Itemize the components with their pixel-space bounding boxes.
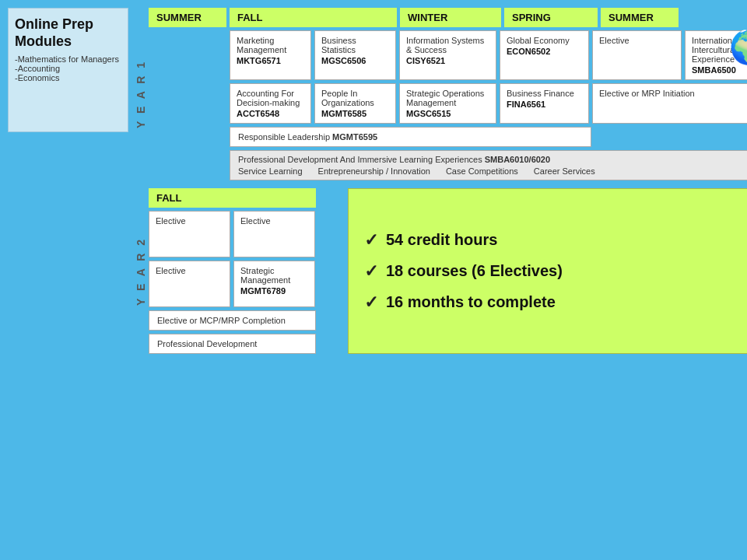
resp-leadership-row: Responsible Leadership MGMT6595 [149,127,747,147]
year2-content: FALL Elective Elective Elective [149,188,747,354]
year2-left: FALL Elective Elective Elective [149,188,343,354]
stat-credit-hours: ✓ 54 credit hours [364,230,746,250]
rl-code: MGMT6595 [332,132,377,142]
rl-text: Responsible Leadership [238,132,332,142]
responsible-leadership-bar: Responsible Leadership MGMT6595 [230,127,591,147]
course-acct: Accounting For Decision-making ACCT6548 [230,83,311,124]
header-spring: SPRING [504,8,598,27]
elective-completion-bar: Elective or MCP/MRP Completion [149,310,316,331]
year2-prof-dev-text: Professional Development [157,339,257,348]
online-prep-title: Online Prep Modules [15,16,121,50]
y2-elective1: Elective [149,211,230,257]
credit-hours-text: 54 credit hours [386,231,497,249]
checkmark1: ✓ [364,230,378,250]
year2-prof-dev-bar: Professional Development [149,334,316,354]
pd-spacer [149,150,226,180]
course-cisy: Information Systems & Success CISY6521 [399,30,496,80]
course-mgmt6585: People In Organizations MGMT6585 [314,83,396,124]
pd-career: Career Services [534,166,595,176]
header-winter: WINTER [400,8,501,27]
prof-dev-bar: Professional Development And Immersive L… [230,150,747,180]
content-area: Y E A R 1 SUMMER FALL WINTER SPRING SUMM… [133,8,747,552]
year2-row1: Elective Elective [149,211,343,257]
year1-row1: Marketing Management MKTG6571 Business S… [149,30,747,80]
globe-icon: 🌍 [729,31,747,64]
header-fall1: FALL [230,8,397,27]
checkmark3: ✓ [364,292,378,313]
year2-section: Y E A R 2 FALL Elective Elective [133,188,747,354]
course-econ: Global Economy ECON6502 [500,30,589,80]
year1-section: Y E A R 1 SUMMER FALL WINTER SPRING SUMM… [133,8,747,180]
rl-spacer [149,127,226,147]
course-fina: Business Finance FINA6561 [500,83,589,124]
course-elective1: Elective [592,30,682,80]
course-mktg: Marketing Management MKTG6571 [230,30,311,80]
y2-elective3: Elective [149,261,230,307]
year2-label-col: Y E A R 2 [133,188,149,354]
header-summer2: SUMMER [601,8,679,27]
online-prep-item3: -Economics [15,73,121,82]
pd-entrepreneurship: Entrepreneurship / Innovation [318,166,430,176]
year1-label: Y E A R 1 [135,57,147,131]
y2-elective2: Elective [233,211,315,257]
year2-label: Y E A R 2 [135,234,147,309]
courses-text: 18 courses (6 Electives) [386,262,563,280]
summer-spacer [149,30,226,80]
year2-row2: Elective Strategic Management MGMT6789 [149,261,343,307]
stat-courses: ✓ 18 courses (6 Electives) [364,261,746,282]
pd-service: Service Learning [238,166,303,176]
online-prep-item2: -Accounting [15,64,121,73]
year1-content: SUMMER FALL WINTER SPRING SUMMER Marketi… [149,8,747,180]
course-intl: International / Intercultural Experience… [685,30,747,80]
year2-fall-header: FALL [149,188,316,208]
pd-title: Professional Development And Immersive L… [238,155,747,164]
course-mgsc6515: Strategic Operations Management MGSC6515 [399,83,496,124]
course-elective-mrp: Elective or MRP Initiation [592,83,747,124]
prof-dev-row: Professional Development And Immersive L… [149,150,747,180]
sidebar: Online Prep Modules -Mathematics for Man… [8,8,128,552]
online-prep-box: Online Prep Modules -Mathematics for Man… [8,8,128,132]
semester-header-row: SUMMER FALL WINTER SPRING SUMMER [149,8,747,27]
year1-label-col: Y E A R 1 [133,8,149,180]
pd-case: Case Competitions [446,166,518,176]
pd-subitems: Service Learning Entrepreneurship / Inno… [238,166,747,176]
stats-box: ✓ 54 credit hours ✓ 18 courses (6 Electi… [348,188,747,354]
months-text: 16 months to complete [386,293,556,311]
checkmark2: ✓ [364,261,378,282]
course-mgsc6506: Business Statistics MGSC6506 [314,30,396,80]
y2-strategic: Strategic Management MGMT6789 [233,261,315,307]
header-summer1: SUMMER [149,8,226,27]
online-prep-item1: -Mathematics for Managers [15,54,121,64]
summer-spacer2 [149,83,226,124]
year1-row2: Accounting For Decision-making ACCT6548 … [149,83,747,124]
elective-completion-text: Elective or MCP/MRP Completion [157,316,286,325]
stat-months: ✓ 16 months to complete [364,292,746,313]
